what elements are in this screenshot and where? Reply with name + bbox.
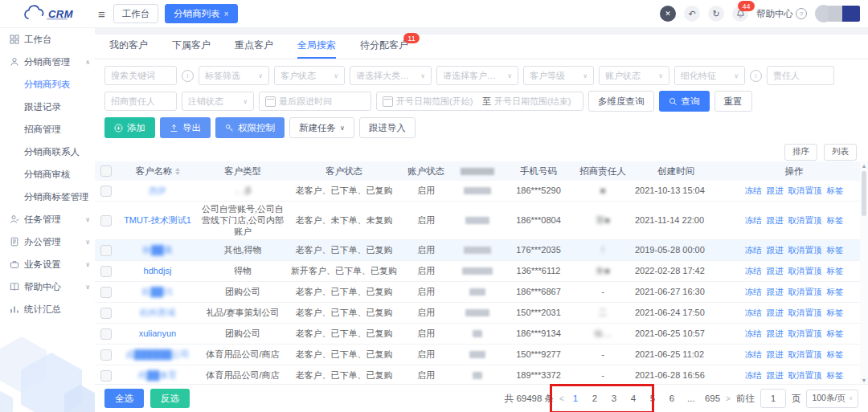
select-all-button[interactable]: 全选 [104, 389, 144, 408]
row-action-freeze[interactable]: 冻结 [745, 308, 762, 318]
sidebar-item-6[interactable]: 分销商审核 [0, 163, 95, 186]
filter-select-r2-1[interactable]: 注销状态∨ [182, 92, 254, 111]
reset-button[interactable]: 重置 [714, 91, 752, 112]
row-action-followup[interactable]: 跟进 [767, 186, 784, 196]
list-view-button[interactable]: 列表 [824, 144, 857, 161]
filter-input-r2-3[interactable]: 开号日期范围(开始)至开号日期范围(结束) [376, 92, 583, 111]
page-number-2[interactable]: 2 [589, 394, 600, 403]
sidebar-item-4[interactable]: 招商管理 [0, 118, 95, 141]
filter-select-r1-1[interactable]: 标签筛选∨ [199, 66, 269, 85]
row-action-unpin[interactable]: 取消置顶 [788, 215, 822, 226]
row-action-tag[interactable]: 标签 [827, 287, 844, 297]
filter-select-r1-6[interactable]: 账户状态∨ [599, 66, 669, 85]
row-action-freeze[interactable]: 冻结 [745, 266, 762, 276]
filter-input-r1-0[interactable]: 搜索关键词 [104, 66, 177, 85]
row-action-tag[interactable]: 标签 [827, 328, 844, 339]
row-action-unpin[interactable]: 取消置顶 [788, 287, 822, 297]
row-action-freeze[interactable]: 冻结 [745, 349, 762, 360]
filter-input-r2-2[interactable]: 最后跟进时间 [259, 92, 371, 111]
row-action-unpin[interactable]: 取消置顶 [788, 245, 822, 255]
row-checkbox[interactable] [100, 349, 112, 361]
sidebar-item-3[interactable]: 跟进记录 [0, 96, 95, 118]
invert-select-button[interactable]: 反选 [150, 389, 190, 408]
page-number-695[interactable]: 695 [705, 394, 720, 403]
sidebar-item-0[interactable]: 工作台 [0, 28, 95, 51]
customer-name-link[interactable]: xulianyun [139, 328, 176, 338]
customer-name-link[interactable]: TMUT-技术测试1 [124, 215, 191, 225]
page-size-select[interactable]: 100条/页 ∨ [806, 390, 858, 408]
prev-page-icon[interactable]: < [559, 394, 564, 403]
user-avatar[interactable] [815, 5, 860, 22]
filter-select-r1-3[interactable]: 请选择大类（客）∨ [350, 66, 432, 85]
row-action-tag[interactable]: 标签 [827, 215, 844, 226]
row-action-tag[interactable]: 标签 [827, 266, 844, 276]
menu-icon[interactable]: ≡ [98, 7, 105, 21]
next-page-icon[interactable]: > [726, 394, 731, 403]
row-action-freeze[interactable]: 冻结 [745, 287, 762, 297]
customer-name-link[interactable]: 秋██葛 [142, 245, 173, 255]
scroll-up-icon[interactable]: ▲ [862, 161, 867, 169]
sidebar-item-12[interactable]: 统计汇总 [0, 298, 95, 320]
row-checkbox[interactable] [100, 215, 112, 226]
tab-0[interactable]: 我的客户 [109, 39, 148, 59]
row-action-followup[interactable]: 跟进 [767, 308, 784, 318]
row-action-followup[interactable]: 跟进 [767, 266, 784, 276]
page-number-1[interactable]: 1 [570, 394, 581, 403]
tab-3[interactable]: 全局搜索 [297, 39, 336, 59]
customer-name-link[interactable]: 尚██体育 [138, 370, 178, 380]
row-action-followup[interactable]: 跟进 [767, 245, 784, 255]
customer-name-link[interactable]: 成██████公司 [125, 349, 190, 359]
row-checkbox[interactable] [100, 266, 112, 277]
sidebar-item-1[interactable]: 分销商管理∧ [0, 51, 95, 73]
search-button[interactable]: 查询 [659, 91, 710, 112]
row-action-followup[interactable]: 跟进 [767, 370, 784, 381]
row-action-tag[interactable]: 标签 [827, 308, 844, 318]
clear-icon[interactable]: ✕ [660, 6, 676, 22]
sidebar-item-9[interactable]: 办公管理∨ [0, 230, 95, 253]
permission-control-button[interactable]: 权限控制 [215, 117, 285, 138]
back-icon[interactable]: ↶ [684, 6, 700, 22]
row-action-unpin[interactable]: 取消置顶 [788, 328, 822, 339]
page-number-4[interactable]: 4 [628, 394, 639, 403]
close-tab-icon[interactable]: × [224, 10, 229, 18]
sidebar-item-5[interactable]: 分销商联系人 [0, 141, 95, 163]
row-action-followup[interactable]: 跟进 [767, 349, 784, 360]
column-header-0[interactable]: 客户名称 [117, 165, 198, 177]
row-action-followup[interactable]: 跟进 [767, 215, 784, 226]
page-number-6[interactable]: 6 [666, 394, 678, 403]
bell-icon[interactable]: 44 [732, 6, 748, 22]
tab-4[interactable]: 待分配客户11 [360, 39, 408, 59]
row-action-tag[interactable]: 标签 [827, 349, 844, 360]
sidebar-item-8[interactable]: 任务管理∨ [0, 208, 95, 230]
row-checkbox[interactable] [100, 370, 112, 381]
sort-icon[interactable] [175, 168, 180, 175]
filter-input-r2-0[interactable]: 招商责任人 [104, 92, 177, 111]
window-tab-1[interactable]: 分销商列表× [165, 4, 237, 23]
scroll-down-icon[interactable]: ▼ [862, 376, 867, 384]
row-checkbox[interactable] [100, 328, 112, 340]
row-action-freeze[interactable]: 冻结 [745, 370, 762, 381]
customer-name-link[interactable]: 杭州恩域 [140, 308, 175, 317]
export-button[interactable]: 导出 [160, 117, 211, 138]
row-action-unpin[interactable]: 取消置顶 [788, 186, 822, 196]
row-checkbox[interactable] [100, 245, 112, 256]
row-action-unpin[interactable]: 取消置顶 [788, 266, 822, 276]
row-action-freeze[interactable]: 冻结 [745, 215, 762, 226]
row-action-followup[interactable]: 跟进 [767, 287, 784, 297]
row-action-freeze[interactable]: 冻结 [745, 328, 762, 339]
scrollbar-thumb[interactable] [862, 171, 866, 216]
filter-select-r1-4[interactable]: 请选择客户类型∨ [436, 66, 518, 85]
window-tab-0[interactable]: 工作台 [113, 4, 159, 23]
page-number-3[interactable]: 3 [608, 394, 620, 403]
table-scrollbar[interactable]: ▲ ▼ [860, 161, 868, 384]
row-action-followup[interactable]: 跟进 [767, 328, 784, 339]
goto-page-input[interactable] [760, 389, 786, 408]
row-action-tag[interactable]: 标签 [827, 245, 844, 255]
new-task-button[interactable]: 新建任务∨ [289, 117, 354, 138]
row-checkbox[interactable] [100, 308, 112, 319]
sidebar-item-10[interactable]: 业务设置∨ [0, 253, 95, 275]
tab-2[interactable]: 重点客户 [235, 39, 273, 59]
row-action-unpin[interactable]: 取消置顶 [788, 370, 822, 381]
filter-select-r1-7[interactable]: 细化特征∨ [674, 66, 745, 85]
row-action-unpin[interactable]: 取消置顶 [788, 308, 822, 318]
